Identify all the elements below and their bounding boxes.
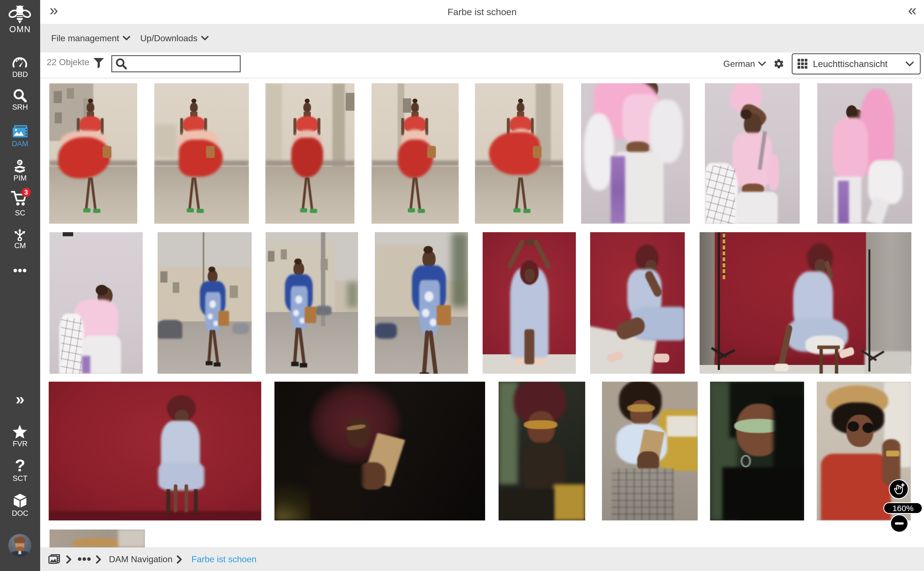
svg-text:P: P	[19, 160, 21, 165]
